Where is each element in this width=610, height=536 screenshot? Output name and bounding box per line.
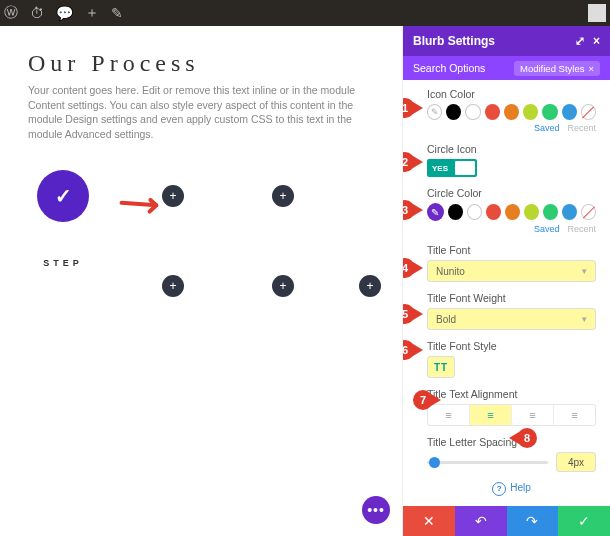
- section-circle-icon: Circle Icon YES: [427, 143, 596, 177]
- label-title-style: Title Font Style: [427, 340, 596, 352]
- swatch[interactable]: [543, 204, 558, 220]
- swatch[interactable]: [562, 104, 577, 120]
- align-center-icon[interactable]: ≡: [470, 405, 512, 425]
- alignment-group: ≡ ≡ ≡ ≡: [427, 404, 596, 426]
- expand-icon[interactable]: ⤢: [575, 34, 585, 48]
- blurb-module-active[interactable]: [37, 170, 89, 222]
- slider-thumb[interactable]: [429, 457, 440, 468]
- letter-spacing-slider[interactable]: [427, 461, 548, 464]
- close-icon[interactable]: ×: [593, 34, 600, 48]
- blurb-caption-cell: STEP: [43, 258, 83, 268]
- section-title-style: Title Font Style TT: [427, 340, 596, 378]
- help-link[interactable]: Help: [427, 482, 596, 496]
- section-circle-color: Circle Color ✎ SavedRecent: [427, 187, 596, 234]
- admin-bar: ⓦ ⏱ 💬 ＋ ✎: [0, 0, 610, 26]
- label-title-weight: Title Font Weight: [427, 292, 596, 304]
- callout-5: 5: [403, 304, 423, 324]
- panel-content: Icon Color ✎ SavedRecent Circle Icon: [403, 80, 610, 506]
- title-weight-select[interactable]: Bold▾: [427, 308, 596, 330]
- swatch[interactable]: [486, 204, 501, 220]
- page-description[interactable]: Your content goes here. Edit or remove t…: [28, 83, 358, 142]
- icon-color-swatches: ✎: [427, 104, 596, 120]
- align-right-icon[interactable]: ≡: [512, 405, 554, 425]
- swatch-none[interactable]: [581, 104, 596, 120]
- search-options[interactable]: Search Options: [413, 62, 485, 74]
- swatch[interactable]: [485, 104, 500, 120]
- callout-2: 2: [403, 152, 423, 172]
- step-caption: STEP: [43, 258, 83, 268]
- swatch[interactable]: [467, 204, 482, 220]
- callout-4: 4: [403, 258, 423, 278]
- swatch[interactable]: [446, 104, 461, 120]
- eyedropper-icon[interactable]: ✎: [427, 203, 444, 221]
- modified-styles-tag[interactable]: Modified Styles×: [514, 61, 600, 76]
- label-circle-icon: Circle Icon: [427, 143, 596, 155]
- panel-subheader: Search Options Modified Styles×: [403, 56, 610, 80]
- blurb-grid: STEP: [28, 156, 382, 416]
- edit-icon[interactable]: ✎: [111, 5, 123, 21]
- page-settings-fab[interactable]: •••: [362, 496, 390, 524]
- align-justify-icon[interactable]: ≡: [554, 405, 595, 425]
- saved-link[interactable]: Saved: [534, 224, 560, 234]
- swatch-none[interactable]: [581, 204, 596, 220]
- undo-button[interactable]: ↶: [455, 506, 507, 536]
- blurb-module[interactable]: [272, 275, 294, 297]
- panel-title: Blurb Settings: [413, 34, 495, 48]
- panel-footer: ✕ ↶ ↷ ✓: [403, 506, 610, 536]
- discard-button[interactable]: ✕: [403, 506, 455, 536]
- section-title-font: Title Font Nunito▾: [427, 244, 596, 282]
- swatch[interactable]: [504, 104, 519, 120]
- recent-link[interactable]: Recent: [567, 224, 596, 234]
- editor-preview: Our Process Your content goes here. Edit…: [0, 26, 402, 536]
- dashboard-icon[interactable]: ⏱: [30, 5, 44, 21]
- title-font-select[interactable]: Nunito▾: [427, 260, 596, 282]
- swatch[interactable]: [524, 204, 539, 220]
- title-style-uppercase[interactable]: TT: [427, 356, 455, 378]
- wordpress-icon[interactable]: ⓦ: [4, 4, 18, 22]
- callout-7: 7: [413, 390, 441, 410]
- save-button[interactable]: ✓: [558, 506, 610, 536]
- callout-6: 6: [403, 340, 423, 360]
- section-icon-color: Icon Color ✎ SavedRecent: [427, 88, 596, 133]
- saved-link[interactable]: Saved: [534, 123, 560, 133]
- swatch[interactable]: [523, 104, 538, 120]
- swatch[interactable]: [465, 104, 480, 120]
- redo-button[interactable]: ↷: [507, 506, 559, 536]
- settings-panel: Blurb Settings ⤢ × Search Options Modifi…: [402, 26, 610, 536]
- label-title-align: Title Text Alignment: [427, 388, 596, 400]
- avatar[interactable]: [588, 4, 606, 22]
- check-icon: [37, 170, 89, 222]
- comment-icon[interactable]: 💬: [56, 5, 73, 21]
- swatch[interactable]: [542, 104, 557, 120]
- blurb-module[interactable]: [162, 275, 184, 297]
- panel-header: Blurb Settings ⤢ ×: [403, 26, 610, 56]
- blurb-module[interactable]: [359, 275, 381, 297]
- eyedropper-icon[interactable]: ✎: [427, 104, 442, 120]
- callout-1: 1: [403, 98, 423, 118]
- recent-link[interactable]: Recent: [567, 123, 596, 133]
- add-icon[interactable]: ＋: [85, 4, 99, 22]
- label-title-font: Title Font: [427, 244, 596, 256]
- section-title-weight: Title Font Weight Bold▾: [427, 292, 596, 330]
- page-title[interactable]: Our Process: [28, 50, 382, 77]
- label-circle-color: Circle Color: [427, 187, 596, 199]
- callout-3: 3: [403, 200, 423, 220]
- blurb-module[interactable]: [272, 185, 294, 207]
- circle-color-swatches: ✎: [427, 203, 596, 221]
- swatch[interactable]: [562, 204, 577, 220]
- letter-spacing-value[interactable]: 4px: [556, 452, 596, 472]
- callout-8: 8: [509, 428, 537, 448]
- swatch[interactable]: [505, 204, 520, 220]
- swatch[interactable]: [448, 204, 463, 220]
- label-icon-color: Icon Color: [427, 88, 596, 100]
- section-title-align: Title Text Alignment ≡ ≡ ≡ ≡: [427, 388, 596, 426]
- circle-icon-toggle[interactable]: YES: [427, 159, 477, 177]
